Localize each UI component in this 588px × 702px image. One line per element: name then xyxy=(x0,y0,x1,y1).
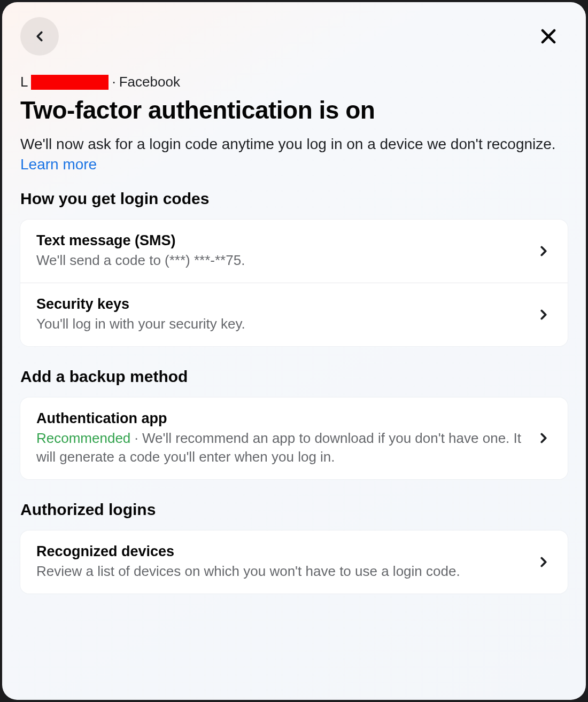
method-security-keys[interactable]: Security keys You'll log in with your se… xyxy=(20,283,568,346)
method-auth-app-text: Authentication app Recommended · We'll r… xyxy=(36,410,525,466)
backup-method-heading: Add a backup method xyxy=(20,368,568,386)
chevron-right-icon xyxy=(536,554,552,570)
login-codes-group: Text message (SMS) We'll send a code to … xyxy=(20,220,568,346)
description-text: We'll now ask for a login code anytime y… xyxy=(20,136,556,152)
modal-header xyxy=(20,17,568,56)
page-title: Two-factor authentication is on xyxy=(20,96,568,124)
back-button[interactable] xyxy=(20,17,59,56)
auth-app-separator: · xyxy=(130,430,142,446)
redacted-name xyxy=(31,75,109,90)
method-sms[interactable]: Text message (SMS) We'll send a code to … xyxy=(20,220,568,283)
page-description: We'll now ask for a login code anytime y… xyxy=(20,134,568,175)
recommended-badge: Recommended xyxy=(36,430,130,446)
authorized-logins-group: Recognized devices Review a list of devi… xyxy=(20,531,568,594)
chevron-right-icon xyxy=(536,307,552,323)
method-sms-text: Text message (SMS) We'll send a code to … xyxy=(36,232,525,270)
method-auth-app[interactable]: Authentication app Recommended · We'll r… xyxy=(20,397,568,479)
recognized-devices[interactable]: Recognized devices Review a list of devi… xyxy=(20,531,568,594)
method-security-keys-subtitle: You'll log in with your security key. xyxy=(36,315,525,333)
method-sms-subtitle: We'll send a code to (***) ***-**75. xyxy=(36,251,525,270)
method-auth-app-title: Authentication app xyxy=(36,410,525,427)
close-button[interactable] xyxy=(533,21,563,51)
close-icon xyxy=(538,26,559,46)
breadcrumb: L · Facebook xyxy=(20,74,568,90)
breadcrumb-platform: Facebook xyxy=(119,74,180,90)
method-security-keys-text: Security keys You'll log in with your se… xyxy=(36,296,525,333)
recognized-devices-text: Recognized devices Review a list of devi… xyxy=(36,543,525,581)
backup-method-group: Authentication app Recommended · We'll r… xyxy=(20,397,568,479)
learn-more-link[interactable]: Learn more xyxy=(20,156,97,173)
chevron-right-icon xyxy=(536,243,552,259)
login-codes-heading: How you get login codes xyxy=(20,190,568,208)
method-security-keys-title: Security keys xyxy=(36,296,525,313)
method-auth-app-subtitle: Recommended · We'll recommend an app to … xyxy=(36,429,525,466)
breadcrumb-name-prefix: L xyxy=(20,74,28,90)
chevron-right-icon xyxy=(536,430,552,446)
authorized-logins-heading: Authorized logins xyxy=(20,501,568,519)
recognized-devices-subtitle: Review a list of devices on which you wo… xyxy=(36,562,525,581)
breadcrumb-separator: · xyxy=(112,74,115,90)
chevron-left-icon xyxy=(32,28,48,44)
method-sms-title: Text message (SMS) xyxy=(36,232,525,249)
two-factor-settings-modal: L · Facebook Two-factor authentication i… xyxy=(2,2,586,700)
recognized-devices-title: Recognized devices xyxy=(36,543,525,560)
